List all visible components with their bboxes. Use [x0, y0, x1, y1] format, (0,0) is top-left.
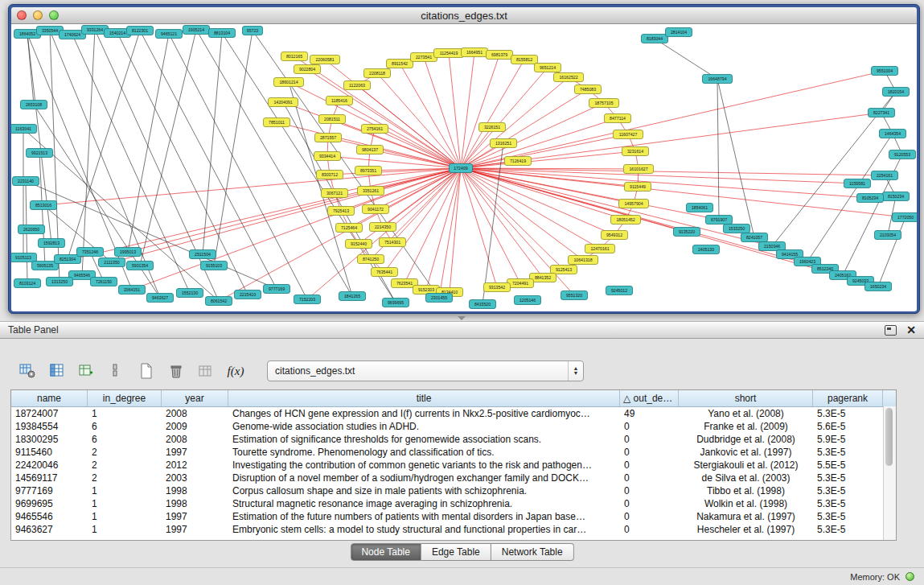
new-table-button[interactable] — [135, 360, 158, 382]
graph-node[interactable]: 9465121 — [156, 30, 183, 39]
graph-node[interactable]: 11607427 — [614, 130, 643, 139]
graph-node[interactable]: 16648794 — [703, 75, 733, 84]
table-row[interactable]: 1456911722003Disruption of a novel membe… — [11, 472, 896, 484]
graph-node[interactable]: 9463627 — [147, 294, 174, 303]
graph-node[interactable]: 2301455 — [426, 294, 453, 303]
graph-node[interactable]: 1163041 — [11, 125, 37, 134]
graph-node[interactable]: 8251304 — [55, 255, 81, 264]
graph-node[interactable]: 2231140 — [13, 177, 39, 186]
graph-node[interactable]: 2103054 — [875, 231, 901, 240]
table-row[interactable]: 946362711997Embryonic stem cells: a mode… — [11, 523, 896, 536]
graph-node[interactable]: 8813104 — [209, 29, 236, 38]
graph-node[interactable]: 1820154 — [883, 88, 910, 97]
graph-node[interactable]: 9152440 — [346, 240, 372, 249]
graph-node[interactable]: 9155103 — [201, 262, 228, 270]
graph-node[interactable]: 10641318 — [569, 256, 598, 265]
graph-node[interactable]: 2754161 — [362, 125, 388, 134]
graph-node[interactable]: 172409 — [450, 164, 473, 173]
graph-node[interactable]: 9245012 — [606, 286, 633, 295]
close-panel-icon[interactable]: ✕ — [906, 325, 916, 335]
graph-node[interactable]: 9921513 — [27, 149, 53, 158]
graph-node[interactable]: 2653108 — [21, 101, 47, 109]
graph-node[interactable]: 1205146 — [515, 296, 541, 305]
citation-network-graph[interactable]: 1724091185416208151128715579334414830371… — [11, 24, 917, 311]
column-header-1[interactable]: in_degree — [88, 390, 162, 406]
graph-node[interactable]: 1905214 — [183, 26, 210, 35]
graph-node[interactable]: 12470161 — [585, 245, 615, 253]
graph-node[interactable]: 11254419 — [434, 49, 464, 58]
graph-node[interactable]: 2111350 — [99, 258, 125, 267]
graph-node[interactable]: 7485083 — [575, 85, 602, 94]
graph-node[interactable]: 8303712 — [317, 171, 343, 179]
graph-node[interactable]: 1592813 — [39, 239, 65, 248]
graph-node[interactable]: 1185416 — [326, 97, 353, 105]
show-columns-button[interactable] — [46, 360, 68, 382]
graph-node[interactable]: 1464354 — [880, 130, 906, 138]
network-window-titlebar[interactable]: citations_edges.txt — [11, 7, 917, 24]
minimize-window-button[interactable] — [33, 10, 43, 20]
network-window[interactable]: citations_edges.txt 17240911854162081511… — [8, 4, 920, 314]
graph-node[interactable]: 1159581 — [844, 179, 871, 188]
graph-node[interactable]: 9125413 — [551, 266, 577, 274]
graph-node[interactable]: 9022804 — [294, 65, 321, 74]
zoom-window-button[interactable] — [49, 10, 59, 20]
graph-node[interactable]: 6981379 — [487, 51, 513, 60]
graph-node[interactable]: 2208118 — [364, 69, 391, 78]
column-header-5[interactable]: short — [679, 390, 813, 406]
graph-node[interactable]: 2064151 — [119, 286, 146, 295]
column-header-3[interactable]: title — [228, 390, 620, 406]
graph-node[interactable]: 8227341 — [869, 109, 895, 117]
graph-node[interactable]: 1313250 — [47, 278, 73, 286]
graph-node[interactable]: 7925413 — [328, 207, 355, 216]
graph-node[interactable]: 1552130 — [177, 289, 203, 298]
graph-node[interactable]: 18601214 — [274, 78, 304, 87]
graph-node[interactable]: 6791907 — [706, 216, 733, 225]
graph-node[interactable]: 2871557 — [315, 134, 342, 142]
graph-node[interactable]: 1995013 — [115, 248, 142, 257]
graph-node[interactable]: 95723 — [243, 27, 263, 35]
graph-node[interactable]: 9105113 — [11, 253, 37, 262]
tab-network-table[interactable]: Network Table — [491, 543, 574, 561]
tab-node-table[interactable]: Node Table — [350, 543, 421, 561]
graph-node[interactable]: 2620650 — [18, 225, 45, 234]
table-row[interactable]: 946554611997Estimation of the future num… — [11, 510, 896, 523]
graph-node[interactable]: 14204091 — [269, 98, 298, 107]
graph-node[interactable]: 2214350 — [370, 223, 396, 232]
graph-node[interactable]: 9551320 — [561, 291, 588, 300]
graph-node[interactable]: 2254161 — [872, 171, 898, 180]
graph-node[interactable]: 1772050 — [893, 213, 918, 222]
float-panel-icon[interactable] — [885, 325, 897, 336]
graph-node[interactable]: 1841265 — [339, 292, 366, 301]
graph-node[interactable]: 9135220 — [674, 228, 700, 237]
table-row[interactable]: 969969511998Structural magnetic resonanc… — [11, 497, 896, 510]
column-header-4[interactable]: △ out_de… — [620, 390, 679, 406]
graph-node[interactable]: 8061542 — [206, 297, 232, 306]
graph-node[interactable]: 22060581 — [310, 56, 340, 64]
graph-node[interactable]: 9313542 — [484, 283, 511, 292]
network-canvas[interactable]: 1724091185416208151128715579334414830371… — [11, 24, 917, 311]
table-selector-dropdown[interactable]: citations_edges.txt ▲▼ — [267, 360, 584, 381]
table-row[interactable]: 1872400712008Changes of HCN gene express… — [11, 407, 896, 420]
graph-node[interactable]: 1854061 — [687, 204, 713, 212]
graph-node[interactable]: 1650234 — [865, 282, 892, 291]
panel-splitter-handle[interactable] — [458, 316, 466, 320]
graph-node[interactable]: 18757105 — [589, 99, 619, 108]
graph-node[interactable]: 8122301 — [127, 27, 154, 35]
graph-node[interactable]: 7126419 — [505, 157, 532, 166]
graph-node[interactable]: 16101627 — [624, 165, 654, 174]
tab-edge-table[interactable]: Edge Table — [421, 543, 491, 561]
graph-node[interactable]: 14957904 — [619, 200, 649, 208]
column-header-0[interactable]: name — [11, 390, 88, 406]
table-row[interactable]: 977716911998Corpus callosum shape and si… — [11, 484, 896, 497]
graph-node[interactable]: 9651214 — [535, 64, 561, 72]
graph-node[interactable]: 7152203 — [294, 295, 321, 304]
column-header-2[interactable]: year — [162, 390, 228, 406]
graph-node[interactable]: 9551004 — [872, 67, 898, 76]
graph-node[interactable]: 7351246 — [77, 248, 104, 257]
function-builder-button[interactable]: f(x) — [224, 360, 247, 382]
create-column-button[interactable] — [76, 360, 98, 382]
show-rows-button[interactable] — [105, 360, 128, 382]
table-row[interactable]: 911546021997Tourette syndrome. Phenomeno… — [11, 446, 896, 459]
graph-node[interactable]: 18051452 — [611, 216, 641, 225]
graph-node[interactable]: 3351261 — [358, 187, 384, 196]
